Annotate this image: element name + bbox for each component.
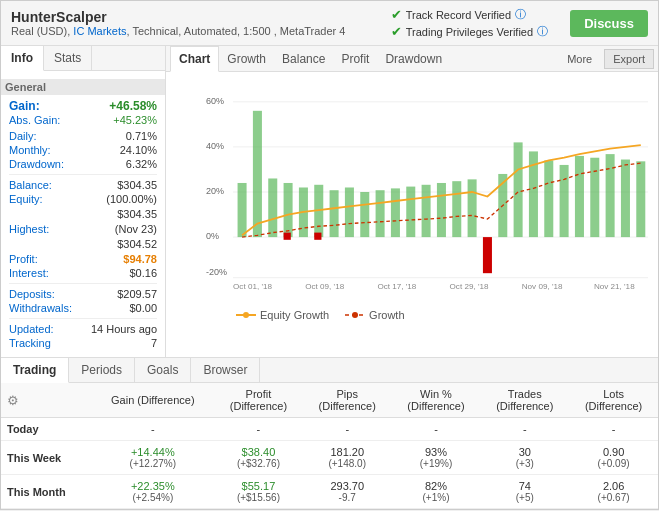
table-row: This Week +14.44% (+12.27%) $38.40 (+$32… [1, 441, 658, 475]
deposits-row: Deposits: $209.57 [9, 288, 157, 300]
tab-trading[interactable]: Trading [1, 358, 69, 383]
chart-tab-growth[interactable]: Growth [219, 47, 274, 71]
svg-rect-10 [238, 183, 247, 237]
svg-text:Nov 09, '18: Nov 09, '18 [522, 282, 563, 291]
svg-rect-23 [437, 183, 446, 237]
svg-rect-19 [376, 190, 385, 237]
svg-rect-32 [575, 156, 584, 237]
legend-equity: Equity Growth [236, 309, 329, 321]
balance-row: Balance: $304.35 [9, 179, 157, 191]
row-today-lots: - [569, 418, 658, 441]
svg-text:40%: 40% [206, 141, 224, 151]
tab-info[interactable]: Info [1, 46, 44, 71]
row-today-gain: - [92, 418, 214, 441]
ic-markets-link[interactable]: IC Markets [73, 25, 126, 37]
row-thisweek-lots: 0.90 (+0.09) [569, 441, 658, 475]
gear-icon[interactable]: ⚙ [7, 393, 19, 408]
row-thismonth-lots: 2.06 (+0.67) [569, 475, 658, 509]
interest-row: Interest: $0.16 [9, 267, 157, 279]
monthly-label: Monthly: [9, 144, 51, 156]
svg-rect-24 [452, 181, 461, 237]
right-panel: Chart Growth Balance Profit Drawdown Mor… [166, 46, 658, 357]
svg-text:Oct 09, '18: Oct 09, '18 [305, 282, 344, 291]
balance-label: Balance: [9, 179, 52, 191]
svg-rect-33 [590, 158, 599, 237]
svg-rect-13 [284, 183, 293, 237]
profit-value: $94.78 [123, 253, 157, 265]
left-panel: Info Stats General Gain: +46.58% Abs. Ga… [1, 46, 166, 357]
equity-label: Equity: [9, 193, 43, 205]
col-header-win: Win %(Difference) [392, 383, 481, 418]
abs-gain-label: Abs. Gain: [9, 114, 60, 126]
svg-rect-26 [483, 237, 492, 273]
tracking-row: Tracking 7 [9, 337, 157, 349]
svg-rect-22 [422, 185, 431, 237]
svg-text:60%: 60% [206, 96, 224, 106]
info-icon-1[interactable]: ⓘ [515, 7, 526, 22]
svg-rect-37 [284, 233, 291, 240]
balance-value: $304.35 [117, 179, 157, 191]
svg-rect-18 [360, 192, 369, 237]
svg-text:Oct 17, '18: Oct 17, '18 [377, 282, 416, 291]
header: HunterScalper Real (USD), IC Markets, Te… [1, 1, 658, 46]
svg-rect-16 [330, 190, 339, 237]
chart-tab-drawdown[interactable]: Drawdown [377, 47, 450, 71]
svg-rect-28 [514, 142, 523, 237]
col-header-trades: Trades(Difference) [480, 383, 569, 418]
equity-row: Equity: (100.00%) [9, 193, 157, 205]
trading-privileges-verified: ✔ Trading Privileges Verified ⓘ [391, 24, 548, 39]
row-thismonth-gain: +22.35% (+2.54%) [92, 475, 214, 509]
gain-label: Gain: [9, 99, 40, 113]
svg-text:Nov 21, '18: Nov 21, '18 [594, 282, 635, 291]
svg-rect-25 [468, 179, 477, 237]
deposits-value: $209.57 [117, 288, 157, 300]
svg-text:Oct 01, '18: Oct 01, '18 [233, 282, 272, 291]
svg-point-46 [243, 312, 249, 318]
verified-badges: ✔ Track Record Verified ⓘ ✔ Trading Priv… [391, 7, 548, 39]
svg-rect-12 [268, 178, 277, 237]
equity-value: (100.00%) [106, 193, 157, 205]
svg-rect-38 [314, 233, 321, 240]
col-header-gain: Gain (Difference) [92, 383, 214, 418]
export-button[interactable]: Export [604, 49, 654, 69]
chart-tab-chart[interactable]: Chart [170, 46, 219, 72]
col-header-profit: Profit(Difference) [214, 383, 303, 418]
row-thisweek-label: This Week [1, 441, 92, 475]
tab-stats[interactable]: Stats [44, 46, 92, 70]
withdrawals-value: $0.00 [129, 302, 157, 314]
table-row: This Month +22.35% (+2.54%) $55.17 (+$15… [1, 475, 658, 509]
chart-area: 60% 40% 20% 0% -20% [166, 72, 658, 332]
highest-value2: $304.52 [117, 238, 157, 250]
col-header-gear: ⚙ [1, 383, 92, 418]
tab-browser[interactable]: Browser [191, 358, 260, 382]
equity-value2: $304.35 [117, 208, 157, 220]
svg-rect-34 [606, 154, 615, 237]
monthly-row: Monthly: 24.10% [9, 144, 157, 156]
legend-equity-icon [236, 310, 256, 320]
row-today-profit: - [214, 418, 303, 441]
chart-tab-balance[interactable]: Balance [274, 47, 333, 71]
updated-row: Updated: 14 Hours ago [9, 323, 157, 335]
tab-goals[interactable]: Goals [135, 358, 191, 382]
chart-tab-profit[interactable]: Profit [333, 47, 377, 71]
tracking-label: Tracking [9, 337, 51, 349]
chart-svg: 60% 40% 20% 0% -20% [206, 82, 648, 302]
main-container: HunterScalper Real (USD), IC Markets, Te… [0, 0, 659, 510]
trading-table: ⚙ Gain (Difference) Profit(Difference) P… [1, 383, 658, 509]
row-thismonth-profit: $55.17 (+$15.56) [214, 475, 303, 509]
tab-periods[interactable]: Periods [69, 358, 135, 382]
row-thismonth-trades: 74 (+5) [480, 475, 569, 509]
chart-tab-bar: Chart Growth Balance Profit Drawdown Mor… [166, 46, 658, 72]
discuss-button[interactable]: Discuss [570, 10, 648, 37]
daily-row: Daily: 0.71% [9, 130, 157, 142]
legend-growth-label: Growth [369, 309, 404, 321]
drawdown-label: Drawdown: [9, 158, 64, 170]
more-button[interactable]: More [559, 50, 600, 68]
trading-tab-bar: Trading Periods Goals Browser [1, 358, 658, 383]
abs-gain-value: +45.23% [113, 114, 157, 126]
profit-row: Profit: $94.78 [9, 253, 157, 265]
withdrawals-label: Withdrawals: [9, 302, 72, 314]
gain-value: +46.58% [109, 99, 157, 113]
svg-rect-35 [621, 160, 630, 238]
info-icon-2[interactable]: ⓘ [537, 24, 548, 39]
